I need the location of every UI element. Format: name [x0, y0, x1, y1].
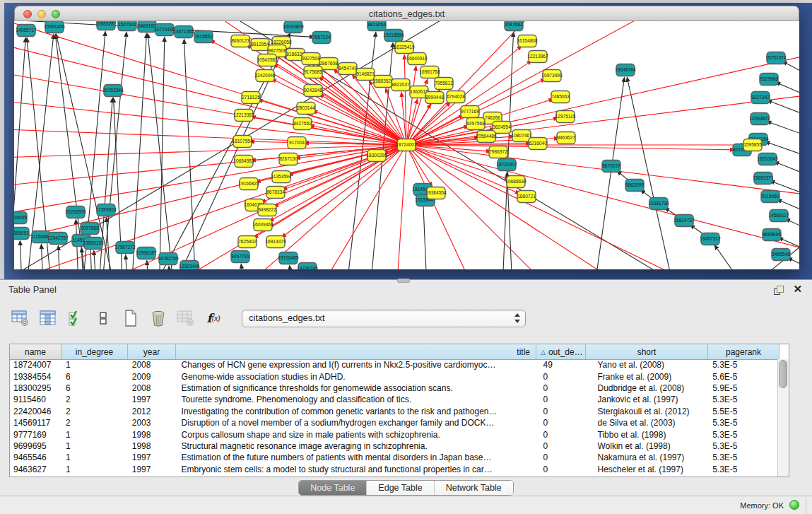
function-builder-icon[interactable]: f(x) [204, 309, 223, 327]
graph-node[interactable]: 20691406 [44, 21, 65, 33]
graph-node[interactable]: 7615552 [194, 31, 213, 43]
table-select-dropdown[interactable]: citations_edges.txt [242, 310, 526, 327]
panel-resize-handle[interactable] [397, 279, 410, 283]
graph-node[interactable]: 16154808 [517, 35, 538, 47]
graph-node[interactable]: 7955812 [435, 78, 453, 90]
table-settings-icon[interactable] [11, 309, 30, 327]
graph-node[interactable]: 10973493 [541, 70, 563, 82]
graph-node[interactable]: 1385051 [14, 228, 29, 240]
graph-node[interactable]: 19218596 [383, 30, 404, 42]
table-row[interactable]: 946362711997Embryonic stem cells: a mode… [10, 464, 778, 475]
table-row[interactable]: 1938455462009Genome-wide association stu… [10, 370, 778, 382]
graph-node[interactable]: 10653287 [95, 21, 117, 30]
graph-node[interactable]: 16210643 [757, 153, 778, 165]
graph-node[interactable]: 15883520 [372, 76, 394, 88]
graph-node[interactable]: 9329966 [760, 74, 778, 86]
graph-node[interactable]: 11353594 [271, 171, 292, 183]
graph-node[interactable]: 18300295 [366, 150, 387, 162]
graph-node[interactable]: 20153346 [102, 85, 124, 97]
graph-node[interactable]: 17957272 [114, 242, 136, 254]
graph-node[interactable]: 8912954 [251, 39, 269, 51]
graph-node[interactable]: 13505135 [83, 238, 104, 250]
float-panel-icon[interactable] [774, 286, 784, 295]
graph-node[interactable]: 12923446 [179, 261, 200, 270]
graph-node[interactable]: 10688639 [505, 176, 526, 188]
graph-node[interactable]: 2803144 [297, 103, 315, 115]
graph-node[interactable]: 19457312 [700, 233, 721, 245]
graph-node[interactable]: 12093872 [749, 113, 770, 125]
graph-node[interactable]: 9777169 [461, 106, 479, 118]
graph-node[interactable]: 2516065 [14, 212, 27, 224]
column-header-out_de[interactable]: △out_de… [536, 344, 586, 359]
column-header-short[interactable]: short [586, 344, 708, 359]
graph-node[interactable]: 16640910 [406, 53, 428, 65]
graph-node[interactable]: 18724007 [396, 139, 417, 151]
table-row[interactable]: 977716911998Corpus callosum shape and si… [10, 428, 778, 440]
graph-node[interactable]: 1595855 [743, 139, 762, 151]
graph-node[interactable]: 16961758 [419, 66, 440, 78]
row-height-icon[interactable] [94, 309, 112, 327]
column-header-title[interactable]: title [176, 344, 536, 359]
graph-node[interactable]: 16033809 [283, 21, 304, 33]
column-header-name[interactable]: name [10, 344, 61, 359]
graph-node[interactable]: 7485063 [551, 91, 570, 103]
graph-node[interactable]: 8267150 [279, 153, 298, 165]
graph-node[interactable]: 9327508 [302, 53, 320, 65]
table-row[interactable]: 1830029562008Estimation of significance … [10, 382, 778, 394]
delete-table-icon[interactable] [149, 309, 167, 327]
graph-node[interactable]: 6216040 [529, 138, 547, 150]
graph-node[interactable]: 9175685 [304, 66, 322, 78]
graph-node[interactable]: 6466160 [138, 21, 156, 33]
new-table-icon[interactable] [122, 309, 140, 327]
graph-node[interactable]: 14736745 [297, 263, 318, 270]
graph-node[interactable]: 8822037 [392, 79, 410, 91]
table-row[interactable]: 969969511998Structural magnetic resonanc… [10, 440, 778, 452]
column-header-year[interactable]: year [128, 344, 176, 359]
graph-node[interactable]: 8679197 [602, 160, 620, 173]
graph-node[interactable]: 2718126 [242, 92, 260, 104]
graph-node[interactable]: 917004 [288, 137, 306, 149]
graph-node[interactable]: 16648784 [615, 64, 636, 76]
graph-node[interactable]: 14671355 [173, 26, 194, 38]
graph-node[interactable]: 10654983 [233, 156, 254, 168]
graph-node[interactable]: 9862099 [625, 180, 644, 192]
graph-node[interactable]: 18325419 [394, 42, 415, 54]
network-view-canvas[interactable]: 1405571720691406106532871527602646616010… [14, 21, 799, 269]
graph-node[interactable]: 14055717 [16, 25, 37, 37]
close-panel-icon[interactable]: ✕ [793, 283, 802, 296]
graph-node[interactable]: 19716485 [278, 252, 299, 264]
graph-node[interactable]: 19166825 [238, 178, 259, 190]
graph-node[interactable]: 22420046 [254, 70, 276, 82]
graph-node[interactable]: 12942757 [47, 233, 69, 245]
graph-node[interactable]: 10391730 [648, 198, 669, 210]
graph-node[interactable]: 10719195 [154, 24, 175, 36]
graph-node[interactable]: 9457791 [231, 251, 249, 263]
graph-node[interactable]: 10543382 [257, 54, 278, 66]
graph-node[interactable]: 1880721 [517, 191, 536, 203]
column-header-pagerank[interactable]: pagerank [708, 344, 779, 359]
graph-node[interactable]: 7986372 [489, 146, 507, 158]
tab-network-table[interactable]: Network Table [435, 481, 513, 495]
select-rows-icon[interactable] [66, 309, 85, 327]
graph-node[interactable]: 10958187 [136, 247, 157, 259]
table-row[interactable]: 946554611997Estimation of the future num… [10, 452, 778, 463]
graph-node[interactable]: 6497568 [466, 118, 485, 130]
table-row[interactable]: 911546021997Tourette syndrome. Phenomeno… [10, 394, 778, 405]
graph-node[interactable]: 8427552 [293, 118, 312, 130]
graph-node[interactable]: 9242848 [304, 85, 322, 97]
graph-node[interactable]: 8813054 [367, 21, 386, 31]
tab-edge-table[interactable]: Edge Table [367, 481, 434, 495]
graph-node[interactable]: 17359924 [95, 204, 117, 216]
graph-node[interactable]: 16782759 [158, 253, 179, 265]
graph-node[interactable]: 7857224 [312, 32, 331, 44]
graph-node[interactable]: 7625402 [238, 236, 257, 248]
graph-node[interactable]: 6794028 [447, 91, 465, 103]
graph-node[interactable]: 16039469 [252, 219, 273, 231]
graph-node[interactable]: 1527602 [118, 21, 136, 31]
graph-node[interactable]: 12213383 [233, 110, 254, 122]
graph-node[interactable]: 8454749 [339, 63, 357, 75]
table-row[interactable]: 2242004622012Investigating the contribut… [10, 406, 778, 417]
graph-node[interactable]: 12213967 [527, 51, 548, 63]
graph-node[interactable]: 20206576 [65, 206, 86, 218]
graph-node[interactable]: 3624554 [493, 122, 511, 134]
